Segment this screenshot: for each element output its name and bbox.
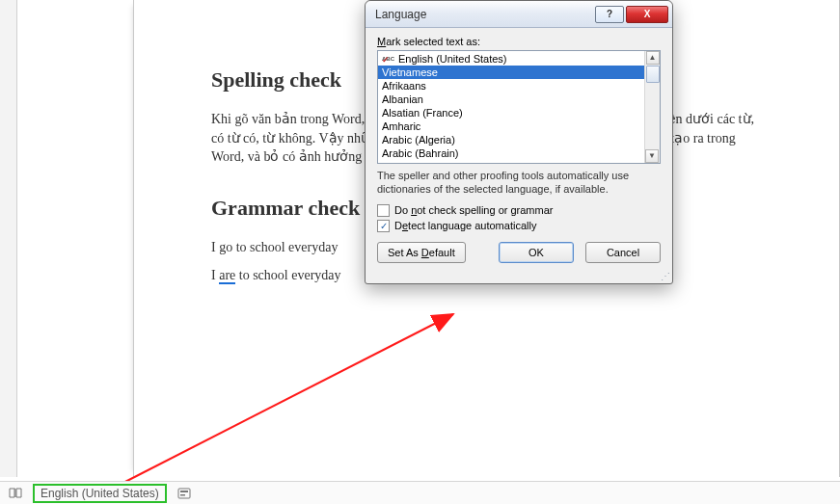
svg-rect-3 bbox=[180, 494, 185, 496]
dialog-hint: The speller and other proofing tools aut… bbox=[377, 170, 661, 197]
label-rest: ark selected text as: bbox=[386, 36, 480, 47]
spellcheck-icon bbox=[382, 54, 395, 65]
list-item[interactable]: Albanian bbox=[378, 93, 644, 106]
language-indicator[interactable]: English (United States) bbox=[33, 484, 167, 503]
language-list[interactable]: English (United States) Vietnamese Afrik… bbox=[378, 51, 644, 163]
language-dialog: Language ? X Mark selected text as: Engl… bbox=[365, 0, 673, 284]
mark-selected-label: Mark selected text as: bbox=[377, 36, 661, 47]
list-scrollbar[interactable]: ▲ ▼ bbox=[644, 51, 660, 163]
book-icon[interactable] bbox=[8, 486, 23, 501]
list-item[interactable]: Alsatian (France) bbox=[378, 106, 644, 119]
text-plain: to school everyday bbox=[235, 268, 340, 282]
language-name: Alsatian (France) bbox=[382, 106, 463, 119]
no-check-row[interactable]: Do not check spelling or grammar bbox=[377, 204, 661, 217]
language-name: Amharic bbox=[382, 119, 420, 133]
status-bar: English (United States) bbox=[0, 481, 840, 504]
detect-checkbox[interactable]: ✓ bbox=[377, 220, 390, 232]
no-check-label: Do not check spelling or grammar bbox=[394, 204, 553, 216]
ok-button[interactable]: OK bbox=[499, 242, 574, 263]
scroll-up-button[interactable]: ▲ bbox=[646, 51, 660, 65]
svg-rect-1 bbox=[178, 489, 190, 498]
grammar-error-word[interactable]: are bbox=[219, 268, 235, 284]
language-name: Arabic (Bahrain) bbox=[382, 146, 458, 160]
list-item[interactable]: Vietnamese bbox=[378, 66, 644, 79]
language-name: Vietnamese bbox=[382, 66, 438, 79]
dialog-body: Mark selected text as: English (United S… bbox=[366, 28, 672, 271]
dialog-title: Language bbox=[375, 8, 593, 21]
language-name: Albanian bbox=[382, 93, 423, 106]
cancel-button[interactable]: Cancel bbox=[585, 242, 661, 263]
no-check-checkbox[interactable] bbox=[377, 204, 390, 217]
macro-icon[interactable] bbox=[176, 486, 192, 501]
list-item[interactable]: Arabic (Algeria) bbox=[378, 133, 644, 146]
detect-label: Detect language automatically bbox=[394, 220, 536, 231]
list-item[interactable]: English (United States) bbox=[378, 52, 644, 66]
scroll-down-button[interactable]: ▼ bbox=[645, 149, 659, 163]
close-button[interactable]: X bbox=[626, 6, 668, 23]
detect-row[interactable]: ✓ Detect language automatically bbox=[377, 220, 661, 232]
text-plain: I bbox=[211, 268, 219, 282]
set-default-button[interactable]: Set As Default bbox=[377, 242, 466, 263]
resize-grip[interactable]: ⋰ bbox=[366, 271, 672, 283]
list-item[interactable]: Arabic (Bahrain) bbox=[378, 146, 644, 160]
scroll-thumb[interactable] bbox=[646, 66, 660, 83]
language-listbox[interactable]: English (United States) Vietnamese Afrik… bbox=[377, 50, 661, 164]
vertical-ruler bbox=[0, 0, 17, 477]
svg-rect-2 bbox=[180, 491, 188, 492]
dialog-titlebar[interactable]: Language ? X bbox=[366, 1, 672, 28]
help-button[interactable]: ? bbox=[595, 6, 624, 23]
language-name: Arabic (Algeria) bbox=[382, 133, 455, 146]
list-item[interactable]: Afrikaans bbox=[378, 79, 644, 93]
language-name: Afrikaans bbox=[382, 79, 426, 93]
list-item[interactable]: Amharic bbox=[378, 119, 644, 133]
dialog-buttons: Set As Default OK Cancel bbox=[377, 242, 661, 263]
language-name: English (United States) bbox=[398, 52, 507, 66]
